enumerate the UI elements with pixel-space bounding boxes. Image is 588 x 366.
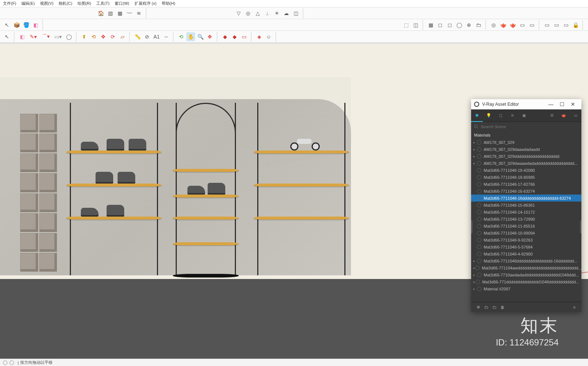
- menu-view[interactable]: 视图(V): [40, 1, 54, 6]
- pencil-icon[interactable]: ✎▾: [27, 32, 39, 41]
- maximize-icon[interactable]: ☐: [556, 101, 567, 107]
- circle-icon[interactable]: ◯: [65, 32, 74, 41]
- paint-icon[interactable]: 🪣: [22, 21, 31, 29]
- vray-asset-editor[interactable]: V-Ray Asset Editor — ☐ ✕ ◉ 💡 ◻ ≋ ▣ ⚙ 🫖 ▭…: [471, 99, 581, 312]
- material-item[interactable]: Mat3d66-7711048-4-82900: [471, 250, 581, 257]
- panel3-icon[interactable]: ▭: [562, 21, 570, 29]
- material-item[interactable]: Mat3d66-7711048-16dddddddddddddddd-63274: [471, 195, 581, 202]
- user-icon[interactable]: ☺: [264, 32, 273, 41]
- sel-all-icon[interactable]: ▦: [426, 21, 435, 29]
- material-item[interactable]: Mat3d66-7711048-15-86361: [471, 202, 581, 209]
- eraser-icon[interactable]: ◧: [31, 21, 40, 29]
- tab-lights-icon[interactable]: 💡: [483, 109, 495, 122]
- material-item[interactable]: Mat3d66-7711048-10-99094: [471, 229, 581, 236]
- scroll-right-icon[interactable]: [580, 220, 581, 233]
- protractor-icon[interactable]: ⊘: [143, 32, 151, 41]
- menu-draw[interactable]: 绘图(R): [78, 1, 91, 6]
- offset-icon[interactable]: ⟲: [89, 32, 98, 41]
- material-item[interactable]: ▸AM178_007_029dddddddddddddddddddd: [471, 153, 581, 160]
- arc-icon[interactable]: ⌒▾: [40, 32, 51, 41]
- purge-icon[interactable]: ≡: [570, 303, 578, 311]
- material-item[interactable]: ▸Mat3d66-771ddddddddddddddd1048ddddddddd…: [471, 278, 581, 285]
- cloud-icon[interactable]: ☁: [282, 9, 291, 18]
- tab-settings-icon[interactable]: ⚙: [546, 109, 558, 122]
- ruby-icon[interactable]: ◈: [255, 32, 263, 41]
- zoom-ext-icon[interactable]: ✥: [205, 32, 214, 41]
- box-icon[interactable]: ◫: [291, 9, 300, 18]
- component-icon[interactable]: 📦: [12, 21, 21, 29]
- rotate-icon[interactable]: ⟳: [108, 32, 117, 41]
- style-face-icon[interactable]: 🏠: [96, 9, 105, 18]
- eraser2-icon[interactable]: ◧: [18, 32, 26, 41]
- cube2-icon[interactable]: ◻: [445, 21, 454, 29]
- dim-icon[interactable]: ↔: [162, 32, 171, 41]
- menu-window[interactable]: 窗口(W): [115, 1, 129, 6]
- tab-teapot-icon[interactable]: 🫖: [558, 109, 570, 122]
- menu-tools[interactable]: 工具(T): [96, 1, 110, 6]
- material-item[interactable]: ▸AM178_007_029dwaawdadaddddddddddddddddd…: [471, 160, 581, 167]
- vray-material-list[interactable]: ▸AM178_007_029▸AM178_007_029daawdadaadd▸…: [471, 139, 581, 302]
- material-item[interactable]: Mat3d66-7711048-16-63274: [471, 188, 581, 195]
- side-icon[interactable]: ⟂: [263, 9, 272, 18]
- select-icon[interactable]: ↖: [3, 21, 11, 29]
- material-item[interactable]: ▸Mat3d66-771104awddddddddddddddddddddddd…: [471, 264, 581, 271]
- minimize-icon[interactable]: —: [545, 101, 556, 107]
- open-icon[interactable]: 🗀: [482, 303, 490, 311]
- pushpull-icon[interactable]: ⬆: [80, 32, 89, 41]
- material-item[interactable]: Mat3d66-7711048-17-82766: [471, 181, 581, 188]
- tab-geometry-icon[interactable]: ◻: [495, 109, 506, 122]
- move-icon[interactable]: ✥: [99, 32, 108, 41]
- menu-extensions[interactable]: 扩展程序 (x): [135, 1, 157, 6]
- style-shaded-icon[interactable]: 〰: [125, 9, 134, 18]
- frame-icon[interactable]: ▭: [518, 21, 527, 29]
- tab-render-icon[interactable]: ▣: [518, 109, 530, 122]
- tab-layers-icon[interactable]: ≋: [506, 109, 518, 122]
- cube1-icon[interactable]: ◻: [436, 21, 445, 29]
- arrow-icon[interactable]: ↖: [3, 32, 11, 41]
- red1-icon[interactable]: ◆: [220, 32, 229, 41]
- front-icon[interactable]: △: [253, 9, 262, 18]
- style-tex-icon[interactable]: ≋: [135, 9, 143, 18]
- pan-icon[interactable]: ✋: [186, 32, 195, 41]
- close-icon[interactable]: ✕: [567, 101, 578, 107]
- tape-icon[interactable]: 📏: [133, 32, 142, 41]
- zoom-icon[interactable]: 🔍: [196, 32, 205, 41]
- lock-icon[interactable]: 🔒: [571, 21, 580, 29]
- lasso-icon[interactable]: ◫: [411, 21, 420, 29]
- teapot-icon[interactable]: 🫖: [499, 21, 508, 29]
- material-item[interactable]: Mat3d66-7711048-13-72990: [471, 215, 581, 222]
- style-hidden-icon[interactable]: ▦: [115, 9, 124, 18]
- material-item[interactable]: Mat3d66-7711048-19-42080: [471, 167, 581, 174]
- scale-icon[interactable]: ▱: [118, 32, 127, 41]
- folder-icon[interactable]: 🗀: [474, 21, 483, 29]
- tab-frame-icon[interactable]: ▭: [570, 109, 581, 122]
- globe-icon[interactable]: ⊕: [465, 21, 473, 29]
- red2-icon[interactable]: ◆: [230, 32, 239, 41]
- menu-edit[interactable]: 编辑(E): [21, 1, 35, 6]
- iso-icon[interactable]: ▽: [234, 9, 243, 18]
- red3-icon[interactable]: ▭: [240, 32, 248, 41]
- rect-icon[interactable]: ▭▾: [52, 32, 64, 41]
- material-item[interactable]: Mat3d66-7711048-18-85985: [471, 174, 581, 181]
- viewport[interactable]: 知末网 www.znzmo.com 知末 ID: 1124697254 V-Ra…: [0, 44, 588, 359]
- text-icon[interactable]: A1: [152, 32, 161, 41]
- save-icon[interactable]: 🗀: [490, 303, 498, 311]
- material-item[interactable]: ▸AM178_007_029: [471, 139, 581, 146]
- material-item[interactable]: Mat3d66-7711048-5-57684: [471, 243, 581, 250]
- material-item[interactable]: ▸Mat3d66-7711048dddddddddddddddd-16ddddd…: [471, 257, 581, 264]
- style-wire-icon[interactable]: ▧: [106, 9, 115, 18]
- vray-titlebar[interactable]: V-Ray Asset Editor — ☐ ✕: [471, 99, 581, 109]
- add-material-icon[interactable]: ⊕: [474, 303, 482, 311]
- material-item[interactable]: Mat3d66-7711048-9-92263: [471, 236, 581, 243]
- panel2-icon[interactable]: ▭: [552, 21, 561, 29]
- sphere-icon[interactable]: ◯: [455, 21, 464, 29]
- material-item[interactable]: Mat3d66-7711048-11-85516: [471, 222, 581, 229]
- scroll-left-icon[interactable]: [471, 220, 473, 233]
- menu-camera[interactable]: 相机(C): [58, 1, 72, 6]
- tab-materials-icon[interactable]: ◉: [471, 109, 483, 122]
- status-ind2-icon[interactable]: [10, 360, 14, 365]
- status-ind1-icon[interactable]: [3, 360, 7, 365]
- material-item[interactable]: ▸Mat3d66-7710awdadadddddddddddddddd1048d…: [471, 271, 581, 278]
- material-item[interactable]: ▸Material #2097: [471, 285, 581, 292]
- panel1-icon[interactable]: ▭: [542, 21, 551, 29]
